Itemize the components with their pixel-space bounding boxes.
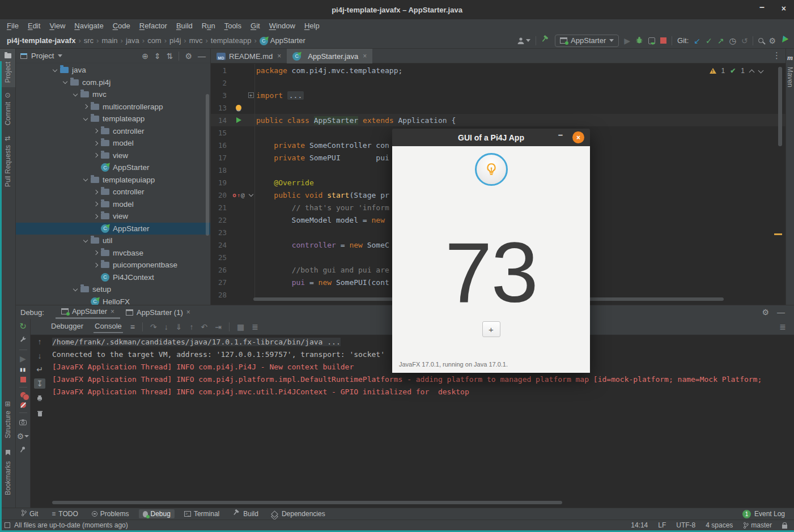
git-rollback-icon[interactable]: ↺: [741, 37, 748, 45]
breadcrumb-item[interactable]: mvc: [189, 36, 203, 45]
layout-settings-icon[interactable]: ≣: [252, 322, 258, 331]
tool-window-button-dependencies[interactable]: Dependencies: [268, 509, 329, 518]
breadcrumb-project[interactable]: pi4j-template-javafx: [7, 36, 75, 45]
editor-tab-readme-md[interactable]: MDREADME.md×: [211, 49, 287, 63]
drop-frame-icon[interactable]: ↶: [201, 322, 207, 331]
tool-window-button-todo[interactable]: ≡TODO: [48, 509, 82, 518]
evaluate-expression-icon[interactable]: ▦: [237, 322, 244, 331]
intention-bulb-icon[interactable]: [236, 105, 241, 110]
ide-logo-icon[interactable]: [781, 35, 789, 46]
chevron-right-icon[interactable]: [94, 214, 98, 219]
clear-all-icon[interactable]: [37, 409, 43, 419]
chevron-down-icon[interactable]: [73, 92, 78, 96]
sidebar-item-structure[interactable]: ⊞ Structure: [0, 396, 15, 443]
menu-git[interactable]: Git: [246, 19, 265, 33]
step-out-icon[interactable]: ↑: [189, 322, 193, 331]
breadcrumb-leaf[interactable]: AppStarter: [270, 36, 305, 45]
sidebar-item-pull-requests[interactable]: ⇄ Pull Requests: [0, 130, 15, 191]
tree-item-puicomponentbase[interactable]: puicomponentbase: [16, 259, 210, 271]
chevron-right-icon[interactable]: [94, 263, 98, 267]
chevron-down-icon[interactable]: [63, 79, 67, 84]
code-line-3[interactable]: 3+import ...: [211, 89, 785, 101]
menu-refactor[interactable]: Refactor: [135, 19, 172, 33]
down-stack-icon[interactable]: ↓: [38, 351, 42, 360]
tree-item-templatepuiapp[interactable]: templatepuiapp: [16, 174, 210, 186]
close-icon[interactable]: ×: [111, 308, 114, 316]
tool-window-button-debug[interactable]: Debug: [139, 509, 175, 518]
tool-window-button-build[interactable]: Build: [229, 509, 262, 519]
debug-icon[interactable]: [635, 36, 643, 46]
console-line[interactable]: [JavaFX Application Thread] INFO com.pi4…: [52, 373, 794, 386]
hide-panel-icon[interactable]: —: [198, 52, 206, 60]
sidebar-item-maven[interactable]: Maven: [786, 67, 794, 87]
panel-layout-icon[interactable]: ≣: [779, 322, 786, 331]
encoding[interactable]: UTF-8: [676, 521, 695, 529]
debug-view-tab-debugger[interactable]: Debugger: [50, 320, 84, 333]
chevron-down-icon[interactable]: [83, 116, 88, 121]
breadcrumb-item[interactable]: src: [84, 36, 94, 45]
menu-tools[interactable]: Tools: [220, 19, 246, 33]
settings-gear-icon[interactable]: ⚙: [762, 308, 769, 316]
tree-item-multicontrollerapp[interactable]: multicontrollerapp: [16, 101, 210, 113]
tree-item-appstarter[interactable]: CAppStarter: [16, 161, 210, 174]
prev-issue-icon[interactable]: [749, 69, 755, 75]
line-ending[interactable]: LF: [658, 521, 666, 529]
pin-icon[interactable]: [20, 445, 26, 455]
tree-item-view[interactable]: view: [16, 150, 210, 162]
tree-item-com.pi4j[interactable]: com.pi4j: [16, 76, 210, 89]
tree-item-util[interactable]: util: [16, 235, 210, 247]
breadcrumb-item[interactable]: java: [126, 36, 139, 45]
search-icon[interactable]: [758, 38, 763, 43]
thread-dump-icon[interactable]: [19, 418, 27, 428]
tree-item-templateapp[interactable]: templateapp: [16, 113, 210, 125]
event-log-button[interactable]: 1 Event Log: [742, 510, 785, 518]
locate-icon[interactable]: ⊕: [142, 52, 148, 60]
menu-help[interactable]: Help: [300, 19, 324, 33]
tree-item-pi4jcontext[interactable]: CPi4JContext: [16, 271, 210, 284]
menu-edit[interactable]: Edit: [23, 19, 45, 33]
warning-stripe-mark[interactable]: [774, 233, 782, 235]
lock-icon[interactable]: [782, 525, 787, 529]
tree-item-mvc[interactable]: mvc: [16, 88, 210, 101]
tool-window-button-problems[interactable]: Problems: [88, 509, 133, 518]
run-icon[interactable]: ▶: [624, 37, 630, 45]
tree-item-view[interactable]: view: [16, 210, 210, 223]
resume-icon[interactable]: ▶: [20, 355, 26, 363]
coverage-icon[interactable]: [648, 37, 655, 44]
tree-item-mvcbase[interactable]: mvcbase: [16, 247, 210, 259]
git-branch-widget[interactable]: master: [743, 521, 772, 529]
step-into-icon[interactable]: ↓: [164, 322, 168, 331]
menu-navigate[interactable]: Navigate: [70, 19, 108, 33]
app-window-title-bar[interactable]: GUI of a Pi4J App – ×: [392, 129, 590, 146]
close-icon[interactable]: ×: [782, 4, 786, 13]
tree-item-hellofx[interactable]: CHelloFX: [16, 296, 210, 305]
sidebar-item-project[interactable]: Project: [0, 49, 15, 87]
settings-gear-icon[interactable]: ⚙: [185, 52, 192, 60]
console-horizontal-scrollbar[interactable]: [52, 501, 562, 504]
menu-view[interactable]: View: [45, 19, 70, 33]
chevron-right-icon[interactable]: [94, 129, 98, 133]
close-icon[interactable]: ×: [277, 52, 281, 60]
chevron-right-icon[interactable]: [83, 104, 88, 109]
sidebar-item-commit[interactable]: ⊙ Commit: [0, 87, 15, 130]
debug-session-tab-appstarter-1-[interactable]: AppStarter (1)×: [120, 305, 196, 319]
git-commit-icon[interactable]: ✓: [706, 37, 712, 45]
app-close-icon[interactable]: ×: [572, 131, 584, 143]
breadcrumb-item[interactable]: com: [147, 36, 162, 45]
chevron-right-icon[interactable]: [94, 202, 98, 206]
chevron-down-icon[interactable]: [73, 287, 78, 291]
expand-all-icon[interactable]: ⇕: [154, 52, 161, 60]
led-toggle-button[interactable]: [475, 153, 508, 186]
overrides-icon[interactable]: o: [232, 191, 236, 199]
settings-gear-icon[interactable]: ⚙: [768, 37, 776, 45]
tree-item-controller[interactable]: controller: [16, 186, 210, 198]
tree-item-model[interactable]: model: [16, 137, 210, 150]
editor-vertical-scrollbar[interactable]: [778, 67, 782, 146]
force-step-into-icon[interactable]: ⇓: [176, 322, 182, 331]
chevron-right-icon[interactable]: [94, 250, 98, 255]
git-push-icon[interactable]: ↗: [717, 37, 724, 45]
fold-expand-icon[interactable]: +: [248, 92, 254, 98]
code-line-14[interactable]: 14public class AppStarter extends Applic…: [211, 114, 785, 126]
stop-icon[interactable]: [20, 377, 26, 382]
debug-view-tab-console[interactable]: Console: [94, 320, 123, 333]
